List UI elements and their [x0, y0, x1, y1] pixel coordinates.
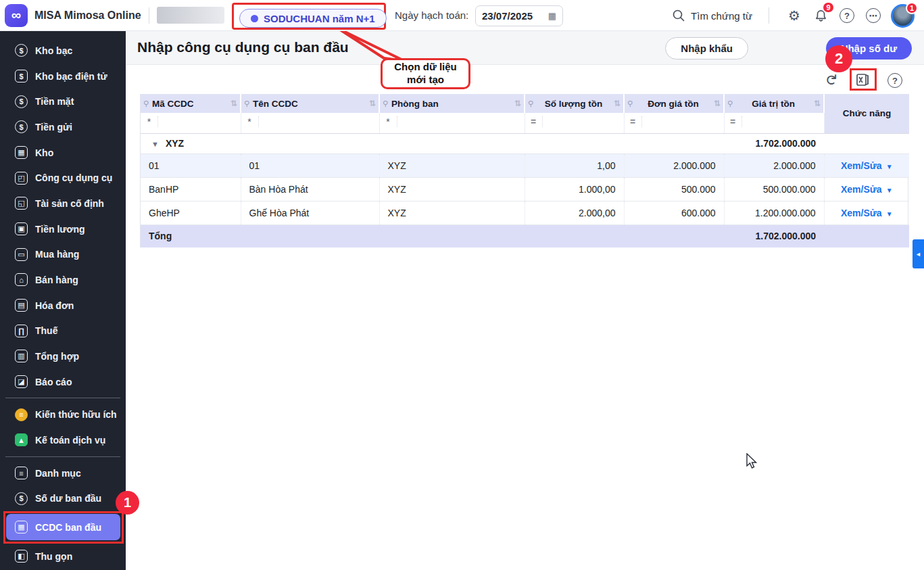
table-row[interactable]: 01 01 XYZ 1,00 2.000.000 2.000.000 Xem/S…	[141, 153, 909, 177]
notifications-bell-icon[interactable]: 9	[812, 7, 829, 24]
sidebar-item-tien-mat[interactable]: $Tiền mặt	[0, 89, 126, 114]
sidebar-item-label: Kiến thức hữu ích	[35, 409, 117, 420]
filter-operator[interactable]: *	[380, 116, 397, 127]
row-action-button[interactable]: Xem/Sửa▼	[824, 153, 909, 177]
chevron-down-icon[interactable]: ▼	[886, 210, 893, 218]
column-header-don-gia-ton[interactable]: ⚲Đơn giá tồn⇅	[624, 94, 724, 113]
column-header-ten-ccdc[interactable]: ⚲Tên CCDC⇅	[241, 94, 379, 113]
help-button[interactable]: ?	[838, 7, 856, 24]
filter-input-don-gia-ton[interactable]	[642, 115, 720, 131]
sidebar-item-label: Số dư ban đầu	[35, 493, 101, 504]
excel-export-icon[interactable]	[855, 72, 871, 88]
sidebar-item-tai-san-co-dinh[interactable]: ◱Tài sản cố định	[0, 191, 126, 216]
filter-input-ten-ccdc[interactable]	[259, 115, 375, 131]
sidebar-item-mua-hang[interactable]: ▭Mua hàng	[0, 241, 126, 267]
fixed-asset-icon: ◱	[15, 197, 28, 210]
filter-input-so-luong-ton[interactable]	[543, 115, 620, 131]
table-row[interactable]: GheHP Ghế Hòa Phát XYZ 2.000,00 600.000 …	[141, 201, 909, 224]
sidebar-item-tien-gui[interactable]: $Tiền gửi	[0, 114, 126, 140]
sort-icon[interactable]: ⇅	[714, 99, 721, 108]
sidebar-item-label: Kho	[35, 147, 53, 158]
sidebar-item-kien-thuc-huu-ich[interactable]: ≡Kiến thức hữu ích	[0, 402, 126, 427]
column-header-phong-ban[interactable]: ⚲Phòng ban⇅	[379, 94, 525, 113]
search-documents[interactable]: Tìm chứng từ	[672, 9, 752, 22]
sidebar-item-kho-bac-dien-tu[interactable]: $Kho bạc điện tử	[0, 64, 126, 89]
cell-don-gia: 600.000	[624, 201, 724, 224]
user-avatar[interactable]: 1	[891, 4, 915, 28]
top-bar-actions: Tìm chứng từ ⚙ 9 ? ⋯ 1	[672, 0, 915, 31]
import-button[interactable]: Nhập khẩu	[665, 37, 748, 60]
filter-input-phong-ban[interactable]	[397, 115, 520, 131]
workspace-selector[interactable]: SODUCHUAN năm N+1	[239, 9, 387, 28]
refresh-button[interactable]: ↻	[822, 71, 840, 89]
cell-ten-ccdc: Bàn Hòa Phát	[241, 177, 379, 201]
row-action-button[interactable]: Xem/Sửa▼	[824, 201, 909, 224]
sidebar-item-thue[interactable]: ∏Thuế	[0, 318, 126, 343]
sidebar-item-ban-hang[interactable]: ⌂Bán hàng	[0, 267, 126, 293]
tax-icon: ∏	[15, 325, 28, 337]
sidebar-item-hoa-don[interactable]: ▤Hóa đơn	[0, 293, 126, 318]
filter-operator[interactable]: *	[241, 116, 259, 127]
sidebar-item-kho[interactable]: ▦Kho	[0, 140, 126, 166]
treasury-icon: $	[15, 44, 28, 57]
accounting-service-icon: ▲	[15, 433, 28, 446]
posting-date-input[interactable]: 23/07/2025 ▦	[475, 5, 563, 26]
sidebar-collapse-button[interactable]: ◧ Thu gọn	[0, 542, 126, 570]
sort-icon[interactable]: ⇅	[230, 99, 237, 108]
filter-operator[interactable]: =	[725, 116, 742, 127]
filter-input-ma-ccdc[interactable]	[158, 115, 237, 131]
company-name-redacted	[157, 7, 224, 24]
sidebar-item-so-du-ban-dau[interactable]: $Số dư ban đầu	[0, 485, 126, 511]
pin-icon[interactable]: ⚲	[383, 99, 388, 108]
sidebar-item-label: Danh mục	[35, 468, 81, 479]
table-help-button[interactable]: ?	[886, 72, 904, 89]
side-panel-toggle[interactable]: ◄	[913, 239, 924, 268]
pin-icon[interactable]: ⚲	[528, 99, 533, 108]
cell-ten-ccdc: 01	[241, 153, 379, 177]
chevron-left-icon: ◄	[915, 251, 921, 258]
deposit-icon: $	[15, 120, 28, 133]
sidebar-item-label: Kho bạc điện tử	[35, 71, 107, 82]
cell-so-luong: 1,00	[525, 153, 624, 177]
ccdc-table: ⚲Mã CCDC⇅ ⚲Tên CCDC⇅ ⚲Phòng ban⇅ ⚲Số lượ…	[140, 94, 908, 247]
settings-gear-icon[interactable]: ⚙	[785, 7, 803, 24]
column-header-so-luong-ton[interactable]: ⚲Số lượng tồn⇅	[525, 94, 624, 113]
sidebar-item-label: Công cụ dụng cụ	[35, 172, 112, 183]
chevron-down-icon[interactable]: ▼	[886, 187, 893, 194]
column-header-gia-tri-ton[interactable]: ⚲Giá trị tồn⇅	[724, 94, 824, 113]
chevron-down-icon[interactable]: ▼	[886, 163, 893, 170]
pin-icon[interactable]: ⚲	[143, 99, 149, 108]
sort-icon[interactable]: ⇅	[814, 99, 821, 108]
pin-icon[interactable]: ⚲	[727, 99, 733, 108]
sidebar-item-ccdc-ban-dau-active[interactable]: ▦ CCDC ban đầu	[6, 514, 120, 540]
row-action-button[interactable]: Xem/Sửa▼	[824, 177, 909, 201]
column-header-ma-ccdc[interactable]: ⚲Mã CCDC⇅	[141, 94, 241, 113]
divider	[149, 7, 149, 24]
group-row-xyz[interactable]: ▼XYZ 1.702.000.000	[141, 133, 909, 153]
sort-icon[interactable]: ⇅	[514, 99, 521, 108]
refresh-icon: ↻	[822, 74, 840, 86]
sidebar-item-cong-cu-dung-cu[interactable]: ◰Công cụ dụng cụ	[0, 165, 126, 191]
filter-operator[interactable]: =	[625, 116, 642, 127]
ellipsis-icon: ⋯	[866, 8, 881, 23]
collapse-group-icon[interactable]: ▼	[151, 140, 159, 148]
filter-operator[interactable]: *	[141, 116, 158, 127]
table-header-row: ⚲Mã CCDC⇅ ⚲Tên CCDC⇅ ⚲Phòng ban⇅ ⚲Số lượ…	[141, 94, 909, 113]
filter-operator[interactable]: =	[525, 116, 543, 127]
cell-don-gia: 2.000.000	[624, 153, 724, 177]
sidebar-item-ke-toan-dich-vu[interactable]: ▲Kế toán dịch vụ	[0, 427, 126, 453]
sidebar-divider	[5, 456, 120, 457]
sort-icon[interactable]: ⇅	[369, 99, 376, 108]
table-row[interactable]: BanHP Bàn Hòa Phát XYZ 1.000,00 500.000 …	[141, 177, 909, 201]
pin-icon[interactable]: ⚲	[627, 99, 633, 108]
sidebar-item-bao-cao[interactable]: ◪Báo cáo	[0, 369, 126, 395]
more-options-button[interactable]: ⋯	[865, 7, 882, 24]
sidebar-item-danh-muc[interactable]: ≡Danh mục	[0, 460, 126, 486]
filter-input-gia-tri-ton[interactable]	[742, 115, 820, 131]
app-title: MISA Mimosa Online	[34, 9, 141, 22]
sidebar-item-tien-luong[interactable]: ▣Tiền lương	[0, 216, 126, 242]
sidebar-item-tong-hop[interactable]: ▥Tổng hợp	[0, 343, 126, 369]
pin-icon[interactable]: ⚲	[244, 99, 249, 108]
sidebar-item-kho-bac[interactable]: $Kho bạc	[0, 38, 126, 64]
sort-icon[interactable]: ⇅	[614, 99, 621, 108]
